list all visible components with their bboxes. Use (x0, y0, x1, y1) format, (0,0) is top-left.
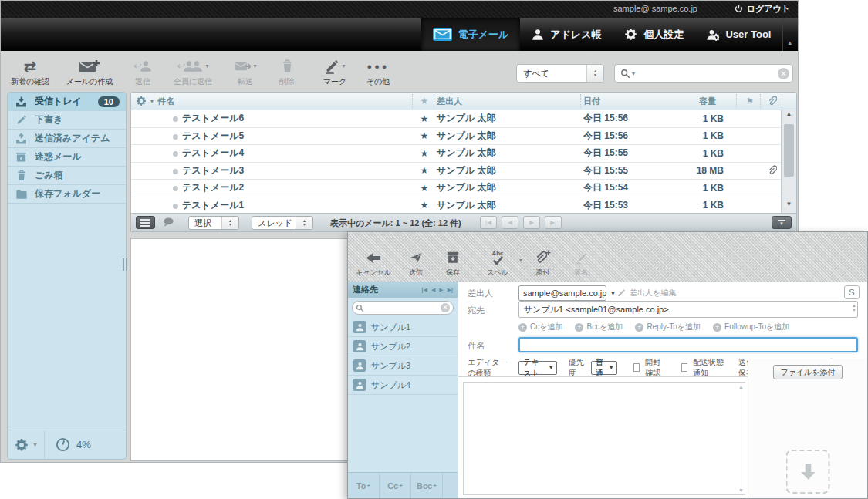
add-replyto-link[interactable]: +Reply-Toを追加 (635, 322, 701, 332)
tab-usertool[interactable]: User Tool (695, 18, 782, 51)
reply-button[interactable]: ↩ 返信 (124, 56, 161, 87)
clear-search-icon[interactable]: ✕ (778, 68, 789, 79)
cancel-button[interactable]: キャンセル (353, 248, 394, 278)
star-icon[interactable]: ★ (415, 145, 434, 162)
column-size[interactable]: 容量 (625, 93, 716, 110)
envelope-plus-icon (59, 56, 120, 76)
contacts-search-input[interactable] (364, 304, 441, 312)
column-date[interactable]: 日付 (583, 93, 600, 110)
tab-mail[interactable]: 電子メール (421, 18, 521, 51)
message-row[interactable]: テストメール1 ★ サンプル 太郎 今日 15:53 1 KB (131, 197, 781, 214)
spellcheck-button[interactable]: Abc スペル ▾ (478, 248, 518, 278)
message-row[interactable]: テストメール2 ★ サンプル 太郎 今日 15:54 1 KB (131, 180, 781, 197)
save-draft-button[interactable]: 保存 (436, 248, 470, 278)
scroll-down-button[interactable]: ▼ (782, 201, 796, 213)
star-icon[interactable]: ★ (415, 180, 434, 197)
forward-button[interactable]: ▾ 転送 (226, 56, 265, 87)
contact-item[interactable]: サンプル1 (348, 318, 458, 337)
message-body[interactable]: ▲ ▼ (463, 382, 745, 495)
check-mail-button[interactable]: ⇄ 新着の確認 (5, 56, 55, 87)
column-star[interactable]: ★ (415, 93, 434, 110)
thread-dropdown[interactable]: スレッド ▲▼ (252, 216, 313, 230)
add-bcc-link[interactable]: +Bccを追加 (575, 322, 623, 332)
toggle-headers-button[interactable]: S (844, 285, 860, 299)
star-icon[interactable]: ★ (415, 110, 434, 127)
next-page-icon[interactable]: ▶ (439, 287, 443, 293)
splitter-handle[interactable] (123, 258, 130, 271)
last-page-icon[interactable]: ▶| (448, 287, 453, 293)
dsn-label: 配送状態通知 (693, 357, 727, 379)
add-followup-link[interactable]: +Followup-Toを追加 (713, 322, 789, 332)
last-page-button[interactable]: ▶| (545, 216, 562, 229)
edit-identity-link[interactable]: 差出人を編集 (616, 288, 676, 298)
priority-select[interactable]: 普通▼ (591, 361, 617, 375)
thread-bubble-icon[interactable] (162, 217, 175, 228)
mark-button[interactable]: ▾ マーク (314, 56, 356, 87)
column-attachment[interactable] (762, 93, 781, 110)
list-options-button[interactable]: ▾ (136, 93, 154, 110)
contact-item[interactable]: サンプル4 (348, 376, 458, 395)
reply-all-button[interactable]: ↩ ▾ 全員に返信 (164, 56, 221, 87)
tab-settings[interactable]: 個人設定 (613, 18, 695, 51)
message-row[interactable]: テストメール4 ★ サンプル 太郎 今日 15:55 1 KB (131, 145, 781, 163)
star-icon[interactable]: ★ (415, 128, 434, 145)
message-row[interactable]: テストメール5 ★ サンプル 太郎 今日 15:56 1 KB (131, 128, 781, 146)
prev-page-button[interactable]: ◀ (502, 216, 518, 229)
column-flag[interactable]: ⚑ (739, 93, 761, 110)
sidebar-item-trash[interactable]: ごみ箱 (8, 167, 126, 185)
editor-type-select[interactable]: テキスト▼ (518, 361, 556, 375)
attach-file-button[interactable]: ファイルを添付 (773, 365, 842, 379)
subject-input[interactable] (518, 337, 858, 352)
send-button[interactable]: 送信 (399, 248, 433, 278)
prev-page-icon[interactable]: ◀ (431, 287, 435, 293)
logout-button[interactable]: ログアウト (735, 3, 790, 15)
sidebar-item-sent[interactable]: 送信済みアイテム (8, 130, 126, 148)
sidebar-item-inbox[interactable]: 受信トレイ 10 (8, 93, 126, 111)
more-button[interactable]: ●●● その他 (359, 56, 397, 87)
list-mode-button[interactable] (136, 216, 155, 229)
add-cc-link[interactable]: +Ccを追加 (518, 322, 562, 332)
search-box[interactable]: ▾ ✕ (614, 64, 793, 83)
signature-button[interactable]: 署名 (564, 248, 598, 278)
column-subject[interactable]: 件名 (157, 93, 174, 110)
attachment-drop-zone[interactable] (786, 450, 830, 494)
message-row[interactable]: テストメール6 ★ サンプル 太郎 今日 15:56 1 KB (131, 110, 781, 128)
search-input[interactable] (637, 66, 778, 80)
dsn-checkbox[interactable] (681, 363, 688, 372)
identity-select[interactable]: sample@sample.co.jp ▼ (518, 285, 606, 301)
message-row[interactable]: テストメール3 ★ サンプル 太郎 今日 15:55 18 MB (131, 163, 781, 180)
star-icon[interactable]: ★ (415, 163, 434, 180)
receipt-checkbox[interactable] (633, 363, 640, 372)
attach-button[interactable]: + 添付 (525, 248, 559, 278)
search-scope-select[interactable]: すべて ▲▼ (516, 64, 604, 83)
first-page-button[interactable]: |◀ (480, 216, 497, 229)
sidebar-item-drafts[interactable]: 下書き (8, 111, 126, 130)
scroll-thumb[interactable] (784, 124, 794, 177)
column-from[interactable]: 差出人 (437, 93, 462, 110)
tab-addressbook[interactable]: アドレス帳 (520, 18, 613, 51)
add-cc-button[interactable]: Cc+ (380, 473, 411, 498)
contact-item[interactable]: サンプル3 (348, 356, 458, 376)
compose-button[interactable]: メールの作成 (59, 56, 120, 87)
to-field[interactable]: サンプル1 <sample01@sample.co.jp> (518, 301, 858, 318)
delete-button[interactable]: 削除 (269, 56, 305, 87)
forward-label: 転送 (226, 76, 265, 87)
contacts-search-box[interactable]: ✕ (352, 301, 454, 315)
contact-item[interactable]: サンプル2 (348, 337, 458, 356)
nav-collapse-button[interactable]: ▴ (782, 18, 793, 51)
first-page-icon[interactable]: |◀ (422, 287, 427, 293)
folder-options-button[interactable]: ▾ (8, 430, 45, 459)
clear-search-icon[interactable]: ✕ (441, 303, 450, 312)
preview-toggle-button[interactable]: ▼ (772, 216, 792, 229)
add-bcc-button[interactable]: Bcc+ (411, 473, 443, 498)
quota-value: 4% (76, 439, 91, 450)
select-dropdown[interactable]: 選択 ▲▼ (188, 216, 239, 230)
star-icon[interactable]: ★ (415, 197, 434, 214)
sidebar-item-archive[interactable]: 保存フォルダー (8, 185, 126, 204)
scroll-up-button[interactable]: ▲ (782, 110, 796, 123)
sidebar-item-junk[interactable]: 迷惑メール (8, 148, 126, 167)
next-page-button[interactable]: ▶ (523, 216, 540, 229)
forward-icon: ▾ (226, 56, 265, 76)
list-scrollbar[interactable]: ▲ ▼ (781, 110, 796, 213)
add-to-button[interactable]: To+ (348, 473, 380, 498)
